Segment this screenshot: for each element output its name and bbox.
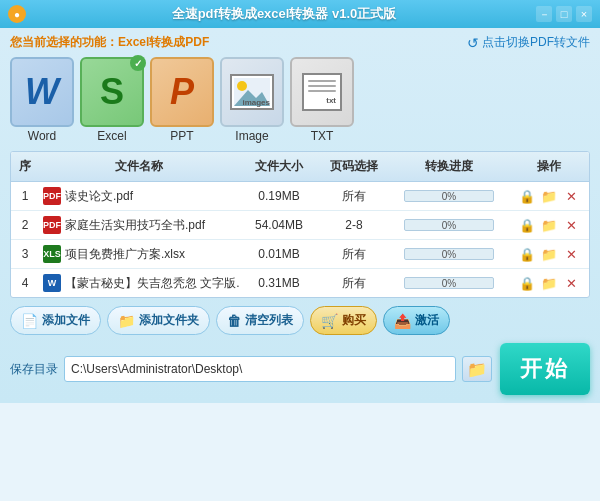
cell-seq: 1	[11, 189, 39, 203]
add-folder-icon: 📁	[118, 313, 135, 329]
table-row: 1 PDF 读史论文.pdf 0.19MB 所有 0% 🔒 📁 ✕	[11, 182, 589, 211]
cell-actions: 🔒 📁 ✕	[509, 245, 589, 263]
cell-size: 0.31MB	[239, 276, 319, 290]
cell-size: 54.04MB	[239, 218, 319, 232]
excel-label: Excel	[97, 129, 126, 143]
open-folder-icon[interactable]: 📁	[540, 187, 558, 205]
selected-check: ✓	[130, 55, 146, 71]
cell-size: 0.19MB	[239, 189, 319, 203]
activate-button[interactable]: 📤 激活	[383, 306, 450, 335]
lock-icon[interactable]: 🔒	[518, 245, 536, 263]
ppt-icon: P	[150, 57, 214, 127]
buy-icon: 🛒	[321, 313, 338, 329]
buy-label: 购买	[342, 312, 366, 329]
txt-label: TXT	[311, 129, 334, 143]
progress-text: 0%	[405, 220, 493, 230]
cell-progress: 0%	[389, 277, 509, 289]
table-row: 2 PDF 家庭生活实用技巧全书.pdf 54.04MB 2-8 0% 🔒 📁 …	[11, 211, 589, 240]
progress-bar: 0%	[404, 248, 494, 260]
cell-pages: 所有	[319, 275, 389, 292]
col-seq: 序	[11, 156, 39, 177]
window-controls: － □ ×	[536, 6, 592, 22]
lock-icon[interactable]: 🔒	[518, 187, 536, 205]
close-button[interactable]: ×	[576, 6, 592, 22]
format-excel[interactable]: S ✓ Excel	[80, 57, 144, 143]
open-folder-icon[interactable]: 📁	[540, 274, 558, 292]
app-title: 全速pdf转换成excel转换器 v1.0正式版	[32, 5, 536, 23]
format-ppt[interactable]: P PPT	[150, 57, 214, 143]
buy-button[interactable]: 🛒 购买	[310, 306, 377, 335]
table-header: 序 文件名称 文件大小 页码选择 转换进度 操作	[11, 152, 589, 182]
cell-pages: 2-8	[319, 218, 389, 232]
cell-actions: 🔒 📁 ✕	[509, 187, 589, 205]
col-action: 操作	[509, 156, 589, 177]
save-label: 保存目录	[10, 361, 58, 378]
cell-filename: PDF 读史论文.pdf	[39, 187, 239, 205]
excel-icon: S ✓	[80, 57, 144, 127]
current-func-prefix: 您当前选择的功能：	[10, 35, 118, 49]
top-bar: 您当前选择的功能：Excel转换成PDF 点击切换PDF转文件	[10, 34, 590, 51]
word-icon: W	[10, 57, 74, 127]
maximize-button[interactable]: □	[556, 6, 572, 22]
format-selector: W Word S ✓ Excel P PPT	[10, 57, 590, 143]
cell-pages: 所有	[319, 188, 389, 205]
cell-actions: 🔒 📁 ✕	[509, 216, 589, 234]
add-folder-button[interactable]: 📁 添加文件夹	[107, 306, 210, 335]
browse-folder-button[interactable]: 📁	[462, 356, 492, 382]
cell-filename: PDF 家庭生活实用技巧全书.pdf	[39, 216, 239, 234]
format-word[interactable]: W Word	[10, 57, 74, 143]
progress-bar: 0%	[404, 219, 494, 231]
lock-icon[interactable]: 🔒	[518, 216, 536, 234]
ppt-label: PPT	[170, 129, 193, 143]
save-path-input[interactable]	[64, 356, 456, 382]
clear-icon: 🗑	[227, 313, 241, 329]
bottom-buttons: 📄 添加文件 📁 添加文件夹 🗑 清空列表 🛒 购买 📤 激活	[10, 306, 590, 335]
open-folder-icon[interactable]: 📁	[540, 216, 558, 234]
format-txt[interactable]: txt TXT	[290, 57, 354, 143]
cell-actions: 🔒 📁 ✕	[509, 274, 589, 292]
file-type-icon: XLS	[43, 245, 61, 263]
main-content: 您当前选择的功能：Excel转换成PDF 点击切换PDF转文件 W Word S…	[0, 28, 600, 403]
col-filename: 文件名称	[39, 156, 239, 177]
col-size: 文件大小	[239, 156, 319, 177]
table-row: 3 XLS 项目免费推广方案.xlsx 0.01MB 所有 0% 🔒 📁 ✕	[11, 240, 589, 269]
save-start-row: 保存目录 📁 开始	[10, 343, 590, 395]
clear-label: 清空列表	[245, 312, 293, 329]
remove-icon[interactable]: ✕	[562, 216, 580, 234]
minimize-button[interactable]: －	[536, 6, 552, 22]
cell-seq: 4	[11, 276, 39, 290]
progress-text: 0%	[405, 278, 493, 288]
remove-icon[interactable]: ✕	[562, 245, 580, 263]
col-progress: 转换进度	[389, 156, 509, 177]
remove-icon[interactable]: ✕	[562, 274, 580, 292]
app-icon: ●	[8, 5, 26, 23]
start-button[interactable]: 开始	[500, 343, 590, 395]
cell-size: 0.01MB	[239, 247, 319, 261]
svg-point-1	[237, 81, 247, 91]
open-folder-icon[interactable]: 📁	[540, 245, 558, 263]
add-file-button[interactable]: 📄 添加文件	[10, 306, 101, 335]
cell-progress: 0%	[389, 190, 509, 202]
cell-seq: 3	[11, 247, 39, 261]
image-icon: images	[220, 57, 284, 127]
table-row: 4 W 【蒙古秘史】失吉忽秃忽 文字版.doc 0.31MB 所有 0% 🔒 📁…	[11, 269, 589, 297]
cell-filename: XLS 项目免费推广方案.xlsx	[39, 245, 239, 263]
cell-filename: W 【蒙古秘史】失吉忽秃忽 文字版.doc	[39, 274, 239, 292]
format-image[interactable]: images Image	[220, 57, 284, 143]
file-type-icon: W	[43, 274, 61, 292]
txt-icon: txt	[290, 57, 354, 127]
add-file-label: 添加文件	[42, 312, 90, 329]
progress-bar: 0%	[404, 277, 494, 289]
activate-icon: 📤	[394, 313, 411, 329]
progress-text: 0%	[405, 191, 493, 201]
switch-mode-link[interactable]: 点击切换PDF转文件	[467, 34, 590, 51]
remove-icon[interactable]: ✕	[562, 187, 580, 205]
activate-label: 激活	[415, 312, 439, 329]
clear-button[interactable]: 🗑 清空列表	[216, 306, 304, 335]
file-type-icon: PDF	[43, 187, 61, 205]
cell-progress: 0%	[389, 248, 509, 260]
lock-icon[interactable]: 🔒	[518, 274, 536, 292]
image-label: Image	[235, 129, 268, 143]
add-file-icon: 📄	[21, 313, 38, 329]
cell-progress: 0%	[389, 219, 509, 231]
